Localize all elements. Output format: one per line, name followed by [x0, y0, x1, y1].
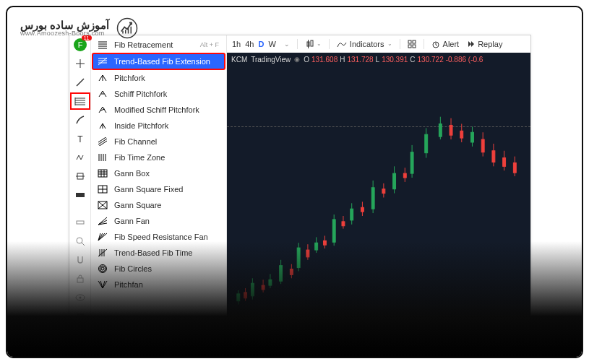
ticker-provider: TradingView [251, 56, 291, 64]
brand-url: www.Amoozesh-Boors.com [20, 30, 109, 37]
svg-rect-13 [76, 193, 85, 197]
trash-icon[interactable] [72, 310, 88, 323]
tool-label: Schiff Pitchfork [114, 90, 167, 98]
pattern-tool-icon[interactable] [72, 151, 88, 164]
tool-gann-fan[interactable]: Gann Fan [91, 213, 226, 229]
ticker-source: KCM [231, 56, 247, 64]
replay-button[interactable]: Replay [466, 40, 502, 48]
timeframe-4h[interactable]: 4h [244, 40, 254, 48]
text-tool-icon[interactable]: T [72, 132, 88, 145]
fib-tool-icon[interactable] [72, 95, 88, 108]
tool-icon [97, 73, 108, 83]
tool-icon [97, 232, 108, 242]
tool-modified-schiff-pitchfork[interactable]: Modified Schiff Pitchfork [91, 102, 226, 118]
zoom-icon[interactable] [72, 235, 88, 248]
tool-label: Modified Schiff Pitchfork [114, 105, 199, 114]
measure-tool-icon[interactable] [72, 188, 88, 202]
candle-style-button[interactable]: ⌄ [305, 39, 322, 49]
tool-trend-based-fib-extension[interactable]: Trend-Based Fib Extension [93, 53, 225, 69]
timeframe-switcher: 1h4hDW [231, 40, 277, 48]
chart-topbar: 1h4hDW ⌄ ⌄ Indicators ⌄ [227, 35, 530, 53]
tool-icon [97, 216, 108, 226]
tool-label: Gann Fan [114, 217, 150, 225]
tool-gann-square-fixed[interactable]: Gann Square Fixed [91, 181, 226, 197]
tool-label: Gann Box [114, 169, 150, 178]
trendline-tool-icon[interactable] [72, 76, 88, 89]
tool-label: Fib Speed Resistance Fan [114, 233, 208, 241]
tool-label: Fib Circles [114, 264, 152, 273]
svg-rect-31 [408, 40, 411, 43]
grid-icon [408, 40, 416, 48]
vertical-toolbar: F T [69, 35, 91, 337]
tool-label: Fib Time Zone [114, 153, 165, 162]
svg-rect-34 [413, 45, 416, 48]
cursor-tool-icon[interactable] [72, 57, 88, 70]
timeframe-1h[interactable]: 1h [231, 40, 241, 48]
tool-icon [97, 89, 108, 99]
ruler-icon[interactable] [72, 216, 88, 229]
chart-canvas[interactable]: KCM TradingView ◉ O131.608 H131.728 L130… [227, 53, 530, 337]
tool-fib-retracement[interactable]: Fib Retracement Alt + F [91, 37, 226, 53]
tool-shortcut: Alt + F [200, 41, 219, 48]
svg-line-37 [436, 45, 437, 46]
tool-label: Trend-Based Fib Extension [114, 57, 210, 66]
ohlc-readout: O131.608 H131.728 L130.391 C130.722 -0.8… [304, 56, 483, 64]
timeframe-dropdown-icon[interactable]: ⌄ [284, 40, 290, 48]
tool-label: Pitchfork [114, 74, 145, 82]
alert-button[interactable]: Alert [431, 40, 460, 48]
svg-rect-32 [413, 40, 416, 43]
tool-fib-speed-resistance-fan[interactable]: Fib Speed Resistance Fan [91, 229, 226, 245]
drawing-tools-menu: Fib Retracement Alt + F Trend-Based Fib … [91, 35, 227, 337]
alert-clock-icon [431, 40, 440, 48]
tool-trend-based-fib-time[interactable]: Trend-Based Fib Time [91, 245, 226, 261]
forecast-tool-icon[interactable] [72, 170, 88, 183]
svg-point-15 [77, 238, 82, 243]
tool-inside-pitchfork[interactable]: Inside Pitchfork [91, 118, 226, 134]
tradingview-window: F T [69, 35, 531, 338]
eye-icon[interactable] [72, 291, 88, 304]
indicators-icon [337, 40, 347, 48]
tool-pitchfork[interactable]: Pitchfork [91, 70, 226, 86]
tool-gann-square[interactable]: Gann Square [91, 197, 226, 213]
tool-icon [97, 168, 108, 178]
magnet-icon[interactable] [72, 254, 88, 266]
lock-icon[interactable] [72, 272, 88, 285]
tool-icon [97, 248, 108, 258]
ticker-bar: KCM TradingView ◉ O131.608 H131.728 L130… [227, 53, 530, 66]
svg-rect-30 [311, 40, 313, 46]
site-branding: آموزش ساده بورس www.Amoozesh-Boors.com [20, 17, 138, 39]
visibility-eye-icon[interactable]: ◉ [294, 56, 300, 63]
indicators-button[interactable]: Indicators ⌄ [337, 40, 392, 48]
tool-schiff-pitchfork[interactable]: Schiff Pitchfork [91, 86, 226, 102]
tool-gann-box[interactable]: Gann Box [91, 165, 226, 181]
tool-label: Fib Channel [114, 137, 157, 146]
timeframe-W[interactable]: W [267, 40, 276, 48]
svg-point-25 [101, 267, 104, 270]
tool-fib-channel[interactable]: Fib Channel [91, 134, 226, 150]
svg-rect-14 [77, 221, 84, 224]
tool-icon [97, 184, 108, 194]
tool-fib-time-zone[interactable]: Fib Time Zone [91, 150, 226, 165]
tool-fib-circles[interactable]: Fib Circles [91, 261, 226, 277]
layout-grid-button[interactable] [408, 40, 416, 48]
fib-retracement-icon [97, 40, 108, 50]
profile-icon[interactable]: F [72, 38, 88, 51]
tool-icon [97, 280, 108, 290]
svg-rect-22 [98, 170, 107, 177]
tool-label: Gann Square [114, 201, 161, 209]
replay-label: Replay [478, 40, 502, 48]
tool-icon [97, 136, 108, 147]
svg-text:T: T [77, 134, 83, 143]
tool-pitchfan[interactable]: Pitchfan [91, 277, 226, 292]
tool-label: Pitchfan [114, 280, 143, 289]
timeframe-D[interactable]: D [258, 40, 265, 48]
brush-tool-icon[interactable] [72, 113, 88, 126]
brand-title: آموزش ساده بورس [20, 20, 109, 30]
replay-icon [466, 40, 475, 48]
svg-point-19 [79, 297, 81, 299]
svg-marker-39 [471, 41, 474, 47]
svg-rect-17 [77, 278, 83, 282]
brand-logo-icon [116, 17, 138, 39]
svg-line-9 [77, 79, 84, 86]
tool-icon [97, 200, 108, 210]
